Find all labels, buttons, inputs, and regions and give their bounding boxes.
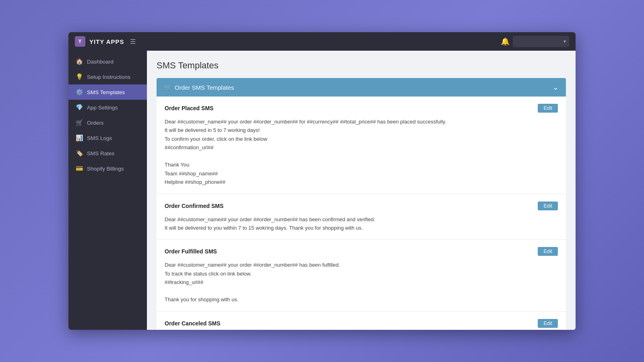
edit-button-order-canceled[interactable]: Edit bbox=[538, 319, 558, 328]
sidebar-item-sms-rates[interactable]: 🏷️ SMS Rates bbox=[68, 146, 147, 161]
orders-icon: 🛒 bbox=[76, 119, 83, 126]
sidebar-item-dashboard[interactable]: 🏠 Dashboard bbox=[68, 54, 147, 69]
main-content: 🏠 Dashboard 💡 Setup Instructions ⚙️ SMS … bbox=[68, 51, 576, 330]
sidebar-label-orders: Orders bbox=[87, 120, 103, 126]
top-bar: Y YITY APPS ☰ 🔔 bbox=[68, 32, 576, 51]
app-window: Y YITY APPS ☰ 🔔 🏠 Dashboard 💡 Setup Inst… bbox=[68, 32, 576, 330]
sidebar-item-shopify-billings[interactable]: 💳 Shopify Billings bbox=[68, 161, 147, 176]
sidebar-label-setup: Setup Instructions bbox=[87, 74, 130, 80]
template-order-placed: Order Placed SMS Edit Dear ##customer_na… bbox=[157, 97, 566, 194]
app-settings-icon: 💎 bbox=[76, 104, 83, 111]
accordion-header-left: 🛒 Order SMS Templates bbox=[164, 84, 234, 91]
top-bar-right: 🔔 bbox=[501, 36, 569, 47]
template-body-order-fulfilled: Dear ##customer_name## your order ##orde… bbox=[165, 261, 558, 304]
template-order-fulfilled: Order Fulfilled SMS Edit Dear ##customer… bbox=[157, 240, 566, 311]
accordion-header-icon: 🛒 bbox=[164, 84, 171, 91]
order-confirmed-text: Dear ##customer_name## your order ##orde… bbox=[165, 216, 375, 231]
sidebar-label-shopify-billings: Shopify Billings bbox=[87, 166, 124, 172]
shopify-billings-icon: 💳 bbox=[76, 165, 83, 172]
accordion-body: Order Placed SMS Edit Dear ##customer_na… bbox=[157, 97, 566, 330]
sidebar-label-app-settings: App Settings bbox=[87, 105, 118, 111]
hamburger-icon[interactable]: ☰ bbox=[130, 38, 136, 45]
template-body-order-placed: Dear ##customer_name## your order ##orde… bbox=[165, 117, 558, 187]
accordion-header[interactable]: 🛒 Order SMS Templates ⌄ bbox=[157, 78, 566, 97]
accordion-chevron-icon: ⌄ bbox=[553, 83, 559, 92]
template-body-order-confirmed: Dear ##customer_name## your order ##orde… bbox=[165, 215, 558, 232]
template-header-order-canceled: Order Canceled SMS Edit bbox=[165, 319, 558, 328]
logo-letter: Y bbox=[78, 39, 82, 44]
accordion-header-title: Order SMS Templates bbox=[175, 84, 234, 91]
template-header-order-fulfilled: Order Fulfilled SMS Edit bbox=[165, 247, 558, 256]
order-placed-text: Dear ##customer_name## your order ##orde… bbox=[165, 119, 446, 185]
user-dropdown[interactable] bbox=[513, 36, 569, 47]
content-area: SMS Templates 🛒 Order SMS Templates ⌄ Or… bbox=[147, 51, 576, 330]
sms-templates-icon: ⚙️ bbox=[76, 88, 83, 96]
sidebar-label-dashboard: Dashboard bbox=[87, 59, 114, 65]
page-title: SMS Templates bbox=[157, 60, 566, 71]
logo-area: Y YITY APPS bbox=[75, 36, 124, 47]
sidebar-label-sms-rates: SMS Rates bbox=[87, 150, 114, 156]
order-sms-accordion: 🛒 Order SMS Templates ⌄ Order Placed SMS… bbox=[157, 78, 566, 330]
sidebar-item-sms-templates[interactable]: ⚙️ SMS Templates bbox=[68, 84, 147, 100]
edit-button-order-confirmed[interactable]: Edit bbox=[538, 202, 558, 210]
setup-icon: 💡 bbox=[76, 73, 83, 80]
template-title-order-fulfilled: Order Fulfilled SMS bbox=[165, 248, 217, 255]
sidebar-item-orders[interactable]: 🛒 Orders bbox=[68, 115, 147, 130]
sidebar-item-sms-logs[interactable]: 📊 SMS Logs bbox=[68, 130, 147, 146]
sidebar: 🏠 Dashboard 💡 Setup Instructions ⚙️ SMS … bbox=[68, 51, 147, 330]
sms-logs-icon: 📊 bbox=[76, 134, 83, 142]
sidebar-label-sms-templates: SMS Templates bbox=[87, 89, 125, 95]
template-header-order-placed: Order Placed SMS Edit bbox=[165, 104, 558, 113]
sidebar-item-setup-instructions[interactable]: 💡 Setup Instructions bbox=[68, 69, 147, 84]
sidebar-label-sms-logs: SMS Logs bbox=[87, 135, 112, 141]
sms-rates-icon: 🏷️ bbox=[76, 150, 83, 157]
edit-button-order-fulfilled[interactable]: Edit bbox=[538, 247, 558, 256]
template-title-order-confirmed: Order Confirmed SMS bbox=[165, 203, 223, 209]
template-title-order-placed: Order Placed SMS bbox=[165, 105, 213, 111]
app-name: YITY APPS bbox=[89, 38, 124, 45]
edit-button-order-placed[interactable]: Edit bbox=[538, 104, 558, 113]
template-title-order-canceled: Order Canceled SMS bbox=[165, 320, 221, 327]
template-order-canceled: Order Canceled SMS Edit Dear ##customer_… bbox=[157, 312, 566, 330]
logo-icon: Y bbox=[75, 36, 85, 47]
sidebar-item-app-settings[interactable]: 💎 App Settings bbox=[68, 100, 147, 115]
template-header-order-confirmed: Order Confirmed SMS Edit bbox=[165, 202, 558, 210]
order-fulfilled-text: Dear ##customer_name## your order ##orde… bbox=[165, 262, 340, 302]
template-order-confirmed: Order Confirmed SMS Edit Dear ##customer… bbox=[157, 194, 566, 240]
dashboard-icon: 🏠 bbox=[76, 58, 83, 65]
bell-icon[interactable]: 🔔 bbox=[501, 37, 510, 46]
